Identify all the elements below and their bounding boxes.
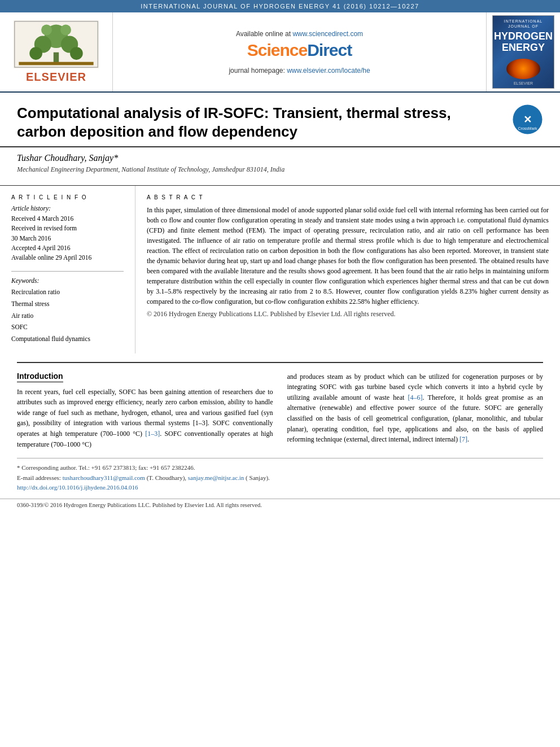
keyword-2: Thermal stress bbox=[11, 298, 124, 310]
banner-text: INTERNATIONAL JOURNAL OF HYDROGEN ENERGY… bbox=[141, 3, 419, 10]
introduction-two-col: Introduction In recent years, fuel cell … bbox=[17, 372, 543, 450]
intro-right-col: and produces steam as by product which c… bbox=[287, 372, 544, 450]
ref-link-7[interactable]: [7] bbox=[460, 435, 467, 443]
sciencedirect-url[interactable]: www.sciencedirect.com bbox=[292, 30, 363, 38]
history-label: Article history: bbox=[11, 205, 124, 212]
article-info-header: A R T I C L E I N F O bbox=[11, 194, 124, 200]
authors-text: Tushar Choudhary, Sanjay* bbox=[17, 153, 543, 163]
sciencedirect-area: Available online at www.sciencedirect.co… bbox=[113, 12, 487, 91]
svg-point-6 bbox=[29, 47, 42, 60]
affiliation-text: Mechanical Engineering Department, Natio… bbox=[17, 165, 543, 174]
paper-title-section: Computational analysis of IR-SOFC: Trans… bbox=[0, 93, 560, 147]
divider bbox=[11, 271, 124, 272]
svg-point-8 bbox=[41, 25, 52, 36]
issn-text: 0360-3199/© 2016 Hydrogen Energy Publica… bbox=[17, 502, 262, 508]
keywords-block: Keywords: Recirculation ratio Thermal st… bbox=[11, 277, 124, 344]
paper-title: Computational analysis of IR-SOFC: Trans… bbox=[17, 104, 501, 141]
journal-cover-globe-icon bbox=[506, 59, 540, 79]
received-text: Received 4 March 2016 bbox=[11, 214, 124, 224]
svg-point-9 bbox=[60, 25, 71, 36]
sciencedirect-brand: ScienceDirect bbox=[247, 41, 352, 60]
elsevier-logo-area: ELSEVIER bbox=[0, 12, 113, 91]
crossmark-icon: ✕ CrossMark bbox=[512, 104, 543, 135]
copyright-text: © 2016 Hydrogen Energy Publications LLC.… bbox=[147, 310, 549, 318]
abstract-header: A B S T R A C T bbox=[147, 194, 549, 200]
accepted-text: Accepted 4 April 2016 bbox=[11, 243, 124, 253]
ref-link-4-6[interactable]: [4–6] bbox=[408, 394, 423, 401]
introduction-title: Introduction bbox=[17, 372, 63, 382]
email-link-2[interactable]: sanjay.me@nitjsr.ac.in bbox=[188, 474, 244, 481]
intro-left-text: In recent years, fuel cell especially, S… bbox=[17, 387, 273, 450]
email-link-1[interactable]: tusharchoudhary311@gmail.com bbox=[63, 474, 145, 481]
article-history-block: Article history: Received 4 March 2016 R… bbox=[11, 205, 124, 263]
doi-line: http://dx.doi.org/10.1016/j.ijhydene.201… bbox=[17, 483, 543, 493]
intro-right-text: and produces steam as by product which c… bbox=[287, 372, 544, 445]
svg-rect-10 bbox=[19, 62, 93, 65]
journal-banner: INTERNATIONAL JOURNAL OF HYDROGEN ENERGY… bbox=[0, 0, 560, 12]
keyword-1: Recirculation ratio bbox=[11, 286, 124, 298]
revised-label: Received in revised form bbox=[11, 224, 124, 233]
doi-link[interactable]: http://dx.doi.org/10.1016/j.ijhydene.201… bbox=[17, 484, 138, 491]
introduction-border: Introduction In recent years, fuel cell … bbox=[17, 362, 543, 450]
keyword-3: Air ratio bbox=[11, 310, 124, 322]
abstract-body: In this paper, simulation of three dimen… bbox=[147, 205, 549, 307]
footer-area: * Corresponding author. Tel.: +91 657 23… bbox=[17, 458, 543, 493]
abstract-column: A B S T R A C T In this paper, simulatio… bbox=[135, 186, 560, 353]
keyword-4: SOFC bbox=[11, 321, 124, 333]
journal-cover-title: INTERNATIONAL JOURNAL OF bbox=[504, 19, 543, 29]
authors-section: Tushar Choudhary, Sanjay* Mechanical Eng… bbox=[0, 147, 560, 180]
revised-date: 30 March 2016 bbox=[11, 234, 124, 243]
keywords-label: Keywords: bbox=[11, 277, 124, 284]
ref-link-1-3[interactable]: [1–3] bbox=[145, 430, 160, 438]
journal-cover-publisher: ELSEVIER bbox=[514, 81, 533, 85]
available-online-text: Available online at www.sciencedirect.co… bbox=[236, 30, 363, 38]
journal-cover-main-title: HYDROGENENERGY bbox=[494, 31, 553, 54]
main-content-area: A R T I C L E I N F O Article history: R… bbox=[0, 185, 560, 353]
journal-homepage-text: journal homepage: www.elsevier.com/locat… bbox=[229, 67, 370, 75]
issn-bar: 0360-3199/© 2016 Hydrogen Energy Publica… bbox=[0, 499, 560, 508]
elsevier-tree-icon bbox=[6, 20, 107, 68]
introduction-area: Introduction In recent years, fuel cell … bbox=[0, 353, 560, 450]
journal-cover-area: INTERNATIONAL JOURNAL OF HYDROGENENERGY … bbox=[487, 12, 560, 91]
journal-url[interactable]: www.elsevier.com/locate/he bbox=[287, 67, 370, 75]
svg-point-7 bbox=[70, 47, 83, 60]
email-line: E-mail addresses: tusharchoudhary311@gma… bbox=[17, 473, 543, 483]
svg-text:✕: ✕ bbox=[523, 114, 532, 125]
available-online-text: Available online 29 April 2016 bbox=[11, 253, 124, 263]
svg-text:CrossMark: CrossMark bbox=[518, 126, 537, 130]
intro-left-col: Introduction In recent years, fuel cell … bbox=[17, 372, 273, 450]
corresponding-author-text: * Corresponding author. Tel.: +91 657 23… bbox=[17, 463, 543, 473]
article-info-column: A R T I C L E I N F O Article history: R… bbox=[0, 186, 135, 353]
elsevier-brand-text: ELSEVIER bbox=[26, 71, 86, 84]
header-area: ELSEVIER Available online at www.science… bbox=[0, 12, 560, 93]
svg-rect-2 bbox=[54, 53, 59, 63]
keyword-5: Computational fluid dynamics bbox=[11, 333, 124, 345]
journal-cover-image: INTERNATIONAL JOURNAL OF HYDROGENENERGY … bbox=[492, 15, 554, 89]
